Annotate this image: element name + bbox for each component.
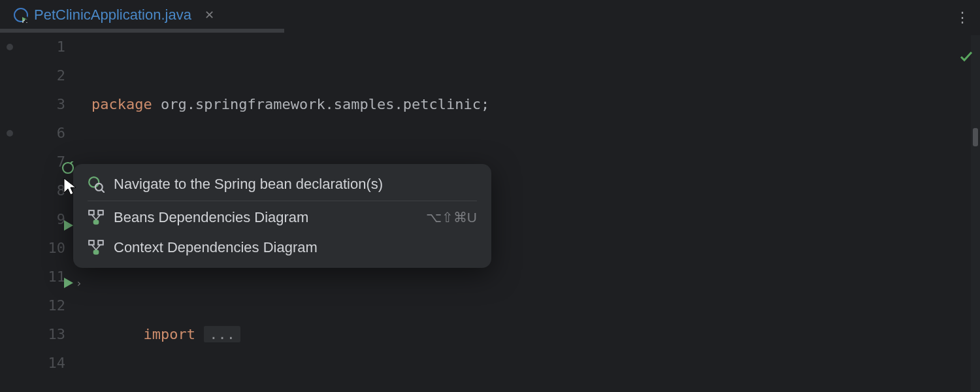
java-class-icon (13, 7, 29, 23)
close-icon[interactable]: ✕ (204, 8, 214, 22)
popup-item-navigate-bean[interactable]: Navigate to the Spring bean declaration(… (73, 169, 491, 199)
popup-item-label: Navigate to the Spring bean declaration(… (114, 176, 383, 193)
svg-marker-7 (64, 278, 73, 288)
svg-point-8 (89, 177, 99, 187)
svg-line-20 (96, 245, 101, 250)
line-number: 8 (57, 182, 65, 199)
spring-bean-icon[interactable] (61, 155, 74, 169)
line-number: 1 (57, 39, 65, 55)
svg-rect-12 (98, 210, 103, 215)
breakpoint-slot[interactable] (7, 44, 13, 50)
popup-item-label: Context Dependencies Diagram (114, 239, 318, 256)
tab-filename: PetClinicApplication.java (34, 7, 191, 24)
popup-item-beans-diagram[interactable]: Beans Dependencies Diagram ⌥⇧⌘U (73, 203, 491, 233)
svg-rect-11 (89, 210, 94, 215)
run-icon[interactable] (61, 270, 74, 284)
popup-item-context-diagram[interactable]: Context Dependencies Diagram (73, 233, 491, 263)
svg-rect-18 (93, 250, 99, 255)
diagram-icon (88, 239, 105, 256)
svg-point-4 (63, 163, 73, 173)
keyword: import (143, 326, 195, 342)
line-number: 13 (48, 326, 66, 342)
error-stripe-mark[interactable] (973, 128, 978, 146)
analysis-ok-icon[interactable] (959, 49, 973, 66)
package-name: org.springframework.samples.petclinic; (152, 96, 490, 112)
svg-rect-17 (98, 240, 103, 245)
tab-active[interactable]: PetClinicApplication.java ✕ (7, 0, 227, 33)
popup-item-label: Beans Dependencies Diagram (114, 209, 308, 226)
keyword: package (91, 96, 152, 112)
svg-line-19 (92, 245, 97, 250)
popup-separator (88, 201, 477, 201)
svg-rect-16 (89, 240, 94, 245)
line-number: 3 (57, 96, 65, 112)
fold-chevron-icon[interactable]: › (76, 269, 82, 298)
line-number: 2 (57, 67, 65, 84)
svg-marker-6 (64, 220, 73, 231)
folded-region[interactable]: ... (204, 326, 240, 342)
diagram-icon (88, 209, 105, 226)
popup-item-shortcut: ⌥⇧⌘U (426, 210, 477, 225)
tab-bar: PetClinicApplication.java ✕ ⋮ (0, 0, 980, 33)
gutter-popup-menu: Navigate to the Spring bean declaration(… (73, 164, 491, 268)
breakpoint-slot[interactable] (7, 130, 13, 137)
line-number: 14 (48, 355, 66, 371)
spring-search-icon (88, 176, 105, 193)
line-number: 12 (48, 297, 66, 314)
run-icon[interactable] (61, 213, 74, 226)
svg-line-14 (92, 215, 97, 220)
line-number: 10 (48, 240, 66, 256)
svg-line-15 (96, 215, 101, 220)
kebab-menu-icon[interactable]: ⋮ (955, 9, 967, 26)
svg-line-5 (71, 161, 73, 163)
svg-line-10 (102, 190, 105, 193)
svg-rect-13 (93, 220, 99, 225)
error-stripe[interactable] (971, 35, 980, 391)
line-number: 6 (57, 125, 65, 141)
